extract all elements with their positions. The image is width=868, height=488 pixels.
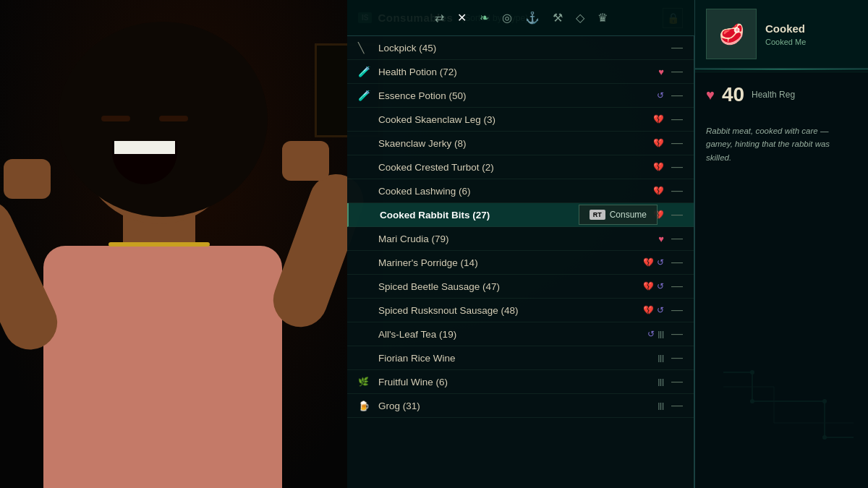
nav-icon-crown[interactable]: ♛ [597, 11, 608, 25]
list-item[interactable]: Mari Crudia (79) ♥ — [347, 227, 694, 251]
item-tags: ||| [658, 354, 664, 362]
item-name: Mari Crudia (79) [378, 234, 654, 244]
list-item[interactable]: ╲ Lockpick (45) — [347, 36, 694, 60]
tag-spiral-icon: ↺ [657, 257, 664, 267]
item-tags: 💔 [653, 114, 664, 124]
list-item-selected[interactable]: Cooked Rabbit Bits (27) 💔 — RT Consume [347, 203, 694, 227]
item-list: ╲ Lockpick (45) — 🧪 Health Potion (72) ♥… [347, 36, 694, 488]
tag-heart-broken-icon: 💔 [653, 114, 664, 124]
tag-heart-broken-icon: 💔 [653, 186, 664, 196]
detail-description: Rabbit meat, cooked with care — gamey, h… [695, 117, 868, 171]
consume-tooltip: RT Consume [579, 205, 658, 225]
inventory-panel: ⇄ ✕ ❧ ◎ ⚓ ⚒ ◇ ♛ IS Consumables (Sorted b… [347, 0, 694, 488]
nav-icon-arrows[interactable]: ⇄ [435, 11, 444, 25]
item-dash: — [671, 184, 683, 197]
nav-icon-sword[interactable]: ✕ [457, 11, 467, 25]
tag-spiral-icon: ↺ [657, 90, 664, 100]
circuit-decoration [716, 365, 861, 474]
item-dash: — [671, 351, 683, 364]
item-dash: — [671, 89, 683, 102]
list-item[interactable]: Spiced Beetle Sausage (47) 💔 ↺ — [347, 275, 694, 299]
list-item[interactable]: Fiorian Rice Wine ||| — [347, 346, 694, 370]
item-icon-health-potion: 🧪 [358, 66, 373, 77]
item-dash: — [671, 280, 683, 293]
list-item[interactable]: Cooked Lashwing (6) 💔 — [347, 179, 694, 203]
svg-point-0 [750, 370, 754, 374]
item-tags: 💔 [653, 186, 664, 196]
nav-icon-anvil[interactable]: ⚒ [553, 11, 563, 25]
list-item[interactable]: Skaenclaw Jerky (8) 💔 — [347, 132, 694, 155]
item-tags: ↺ [657, 90, 664, 100]
list-item[interactable]: 🧪 Health Potion (72) ♥ — [347, 60, 694, 84]
item-name: Skaenclaw Jerky (8) [378, 138, 649, 149]
item-name: Health Potion (72) [378, 67, 654, 77]
item-tags: ↺ ||| [647, 329, 664, 339]
list-item[interactable]: All's-Leaf Tea (19) ↺ ||| — [347, 322, 694, 346]
detail-panel: 🥩 Cooked Cooked Me ♥ 40 Health Reg Rabbi… [694, 0, 868, 488]
nav-icon-circle[interactable]: ◎ [502, 11, 512, 25]
background-person [0, 0, 383, 488]
svg-point-3 [822, 435, 827, 440]
item-name: Cooked Crested Turbot (2) [378, 162, 649, 173]
item-dash: — [671, 65, 683, 78]
list-item[interactable]: Spiced Rusksnout Sausage (48) 💔 ↺ — [347, 299, 694, 322]
detail-item-info: Cooked Cooked Me [765, 22, 806, 47]
item-dash: — [671, 375, 683, 388]
item-tags: 💔 ↺ [643, 257, 664, 267]
tag-bars-icon: ||| [658, 401, 664, 410]
nav-icon-diamond[interactable]: ◇ [576, 11, 584, 25]
detail-item-title: Cooked [765, 22, 806, 36]
tag-bars-icon: ||| [658, 330, 664, 338]
item-dash: — [671, 208, 683, 221]
item-image-icon: 🥩 [719, 22, 744, 46]
item-tags: 💔 [653, 138, 664, 148]
detail-stats: ♥ 40 Health Reg [695, 72, 868, 117]
nav-icon-leaf[interactable]: ❧ [480, 11, 489, 25]
svg-point-1 [750, 399, 754, 403]
item-dash: — [671, 399, 683, 412]
tag-spiral-icon: ↺ [657, 281, 664, 291]
item-name: Spiced Beetle Sausage (47) [378, 281, 639, 292]
list-item[interactable]: 🍺 Grog (31) ||| — [347, 394, 694, 418]
list-item[interactable]: Cooked Crested Turbot (2) 💔 — [347, 155, 694, 179]
item-dash: — [671, 304, 683, 317]
list-item[interactable]: Cooked Skaenclaw Leg (3) 💔 — [347, 108, 694, 132]
tag-heart-icon: ♥ [658, 67, 664, 77]
stat-label: Health Reg [752, 89, 795, 101]
list-item[interactable]: Mariner's Porridge (14) 💔 ↺ — [347, 251, 694, 275]
list-item[interactable]: 🧪 Essence Potion (50) ↺ — [347, 84, 694, 108]
item-name: Fiorian Rice Wine [378, 353, 653, 364]
game-ui: ⇄ ✕ ❧ ◎ ⚓ ⚒ ◇ ♛ IS Consumables (Sorted b… [347, 0, 868, 488]
nav-icon-water[interactable]: ⚓ [525, 11, 540, 25]
item-name: Spiced Rusksnout Sausage (48) [378, 305, 639, 316]
item-tags: 💔 [653, 162, 664, 172]
detail-header: 🥩 Cooked Cooked Me [695, 0, 868, 69]
tag-heart-icon: ♥ [658, 234, 664, 244]
tag-heart-broken-icon: 💔 [643, 281, 654, 291]
stat-heart-icon: ♥ [706, 87, 715, 103]
list-item[interactable]: 🌿 Fruitful Wine (6) ||| — [347, 370, 694, 394]
tag-spiral-icon: ↺ [657, 305, 664, 315]
stat-value: 40 [722, 83, 744, 106]
item-tags: ♥ [658, 67, 664, 77]
item-tags: ||| [658, 401, 664, 410]
item-dash: — [671, 160, 683, 174]
item-dash: — [671, 256, 683, 269]
item-dash: — [671, 137, 683, 150]
rt-badge: RT [590, 210, 605, 220]
tag-heart-broken-icon: 💔 [643, 257, 654, 267]
item-dash: — [671, 41, 683, 54]
nav-icon-bar: ⇄ ✕ ❧ ◎ ⚓ ⚒ ◇ ♛ [347, 0, 694, 36]
item-tags: 💔 ↺ [643, 281, 664, 291]
item-icon-essence-potion: 🧪 [358, 90, 373, 101]
tag-heart-broken-icon: 💔 [653, 162, 664, 172]
item-dash: — [671, 328, 683, 341]
item-tags: ||| [658, 377, 664, 386]
item-name: Cooked Skaenclaw Leg (3) [378, 114, 649, 125]
circuit-divider [695, 69, 868, 70]
item-tags: 💔 ↺ [643, 305, 664, 315]
item-name: Grog (31) [378, 401, 653, 411]
tag-heart-broken-icon: 💔 [643, 305, 654, 315]
item-icon-grog: 🍺 [358, 401, 373, 411]
item-name: All's-Leaf Tea (19) [378, 329, 643, 340]
